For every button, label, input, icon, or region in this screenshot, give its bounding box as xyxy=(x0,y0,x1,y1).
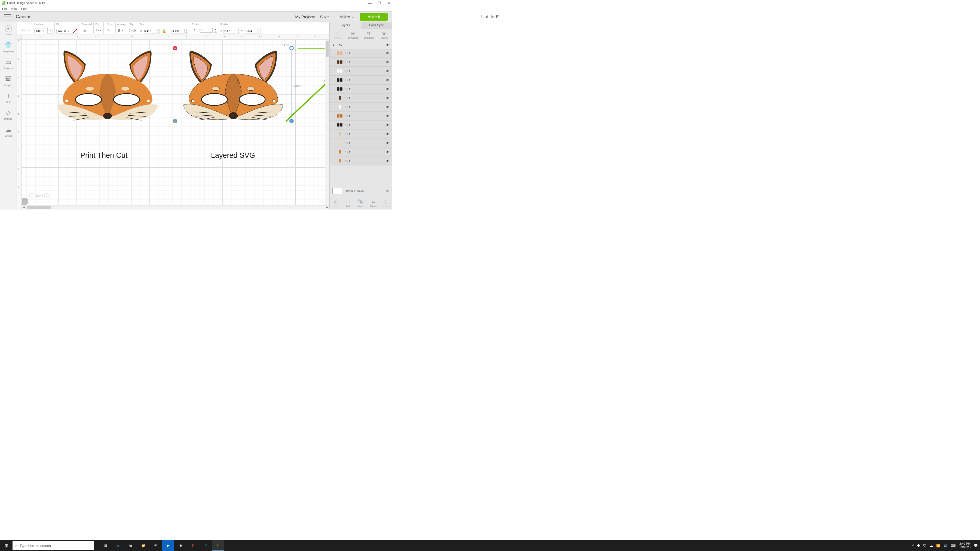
layer-row[interactable]: Cut👁 xyxy=(330,58,392,67)
redo-button[interactable]: ↷ xyxy=(26,28,30,33)
linetype-dropdown[interactable]: Cut xyxy=(34,29,46,33)
height-spinner[interactable]: ▴▾ xyxy=(185,29,188,33)
layer-row[interactable]: Cut👁 xyxy=(330,85,392,94)
fill-dropdown[interactable]: No Fill xyxy=(56,29,71,33)
sidebar-new[interactable]: + New xyxy=(5,25,12,36)
layer-visibility-icon[interactable]: 👁 xyxy=(386,105,389,109)
layer-visibility-icon[interactable]: 👁 xyxy=(386,114,389,118)
blank-canvas-row[interactable]: Blank Canvas 👁 xyxy=(330,185,392,197)
attach-button[interactable]: 📎Attach xyxy=(355,197,367,210)
scroll-right-icon[interactable]: ▶ xyxy=(326,206,328,209)
ungroup-button[interactable]: ⊟UnGroup xyxy=(345,29,361,41)
sidebar-text[interactable]: T Text xyxy=(5,92,12,103)
arrange-dropdown[interactable]: ◧▾ xyxy=(117,27,124,33)
layer-type: Cut xyxy=(345,123,350,127)
properties-toolbar: ↶ ↷ Linetype Cut ? Fill No Fill Select A… xyxy=(17,22,329,35)
layer-row[interactable]: Cut👁 xyxy=(330,94,392,103)
edit-dropdown[interactable]: ✂▾ xyxy=(95,27,102,33)
layer-type: Cut xyxy=(345,141,350,144)
rotate-spinner[interactable]: ▴▾ xyxy=(214,28,217,33)
layer-visibility-icon[interactable]: 👁 xyxy=(386,69,389,73)
sidebar-images[interactable]: 🖼 Images xyxy=(4,76,13,87)
layer-row[interactable]: Cut👁 xyxy=(330,67,392,76)
canvas-area: ↶ ↷ Linetype Cut ? Fill No Fill Select A… xyxy=(17,22,329,210)
layer-visibility-icon[interactable]: 👁 xyxy=(386,141,389,145)
layer-row[interactable]: Cut👁 xyxy=(330,121,392,130)
layer-visibility-icon[interactable]: 👁 xyxy=(386,51,389,55)
menu-toggle-icon[interactable] xyxy=(4,14,11,19)
make-it-button[interactable]: Make It xyxy=(360,13,388,21)
rotate-handle[interactable] xyxy=(290,46,294,50)
sidebar-projects[interactable]: ▭ Projects xyxy=(4,59,13,70)
layer-type: Cut xyxy=(345,78,350,82)
delete-button[interactable]: 🗑Delete xyxy=(377,29,392,41)
fill-none-icon[interactable] xyxy=(72,29,78,33)
h-scroll-thumb[interactable] xyxy=(27,206,51,209)
y-input[interactable] xyxy=(244,29,257,33)
sidebar-shapes[interactable]: ◇ Shapes xyxy=(4,110,13,120)
flatten-button[interactable]: ≋Flatten xyxy=(367,197,379,210)
sidebar-upload[interactable]: ☁ Upload xyxy=(4,126,12,137)
align-dropdown: ≡▾ xyxy=(105,27,112,33)
blank-visibility-icon[interactable]: 👁 xyxy=(386,189,389,193)
layer-row[interactable]: Cut👁 xyxy=(330,156,392,165)
layer-group-header[interactable]: ▼ Fox 👁 xyxy=(330,41,392,49)
y-spinner[interactable]: ▴▾ xyxy=(258,29,261,33)
lock-aspect-icon[interactable]: 🔓 xyxy=(162,29,166,33)
flip-dropdown[interactable]: ▷◁▾ xyxy=(130,27,136,33)
height-input[interactable] xyxy=(172,29,185,33)
layer-visibility-icon[interactable]: 👁 xyxy=(386,150,389,154)
rotate-icon: ↻ xyxy=(192,27,199,33)
tab-layers[interactable]: Layers xyxy=(330,22,361,29)
horizontal-scrollbar[interactable]: ◀ ▶ xyxy=(22,205,329,210)
layer-visibility-icon[interactable]: 👁 xyxy=(386,87,389,91)
width-spinner[interactable]: ▴▾ xyxy=(156,29,160,33)
nav-canvas[interactable]: Canvas xyxy=(16,14,32,20)
layer-row[interactable]: Cut👁 xyxy=(330,103,392,111)
layer-visibility-icon[interactable]: 👁 xyxy=(386,78,389,82)
layer-row[interactable]: Cut👁 xyxy=(330,148,392,156)
delete-handle[interactable]: ✕ xyxy=(173,46,177,50)
machine-dropdown[interactable]: Maker ⌄ xyxy=(339,15,355,19)
layer-row[interactable]: Cut👁 xyxy=(330,76,392,85)
visibility-icon[interactable]: 👁 xyxy=(386,43,389,47)
linetype-info[interactable]: ? xyxy=(48,28,53,33)
close-button[interactable]: ✕ xyxy=(387,1,390,5)
zoom-out-button[interactable]: − xyxy=(29,193,34,198)
layer-visibility-icon[interactable]: 👁 xyxy=(386,60,389,64)
layer-swatch-icon xyxy=(337,123,343,127)
duplicate-button[interactable]: ⧉Duplicate xyxy=(361,29,377,41)
v-scroll-thumb[interactable] xyxy=(326,41,329,57)
layer-row[interactable]: Cut👁 xyxy=(330,111,392,121)
tab-color-sync[interactable]: Color Sync xyxy=(361,22,392,29)
maximize-button[interactable]: ☐ xyxy=(377,1,381,5)
width-input[interactable] xyxy=(143,29,156,33)
nav-save[interactable]: Save xyxy=(320,15,329,19)
minimize-button[interactable]: — xyxy=(368,1,372,5)
selection-box[interactable]: ✕ 🔒 ⤢ 6.418" 4.015" xyxy=(175,48,292,121)
layer-type: Cut xyxy=(345,96,350,100)
layer-row[interactable]: Cut👁 xyxy=(330,49,392,58)
rotate-input[interactable] xyxy=(200,28,213,33)
layer-row[interactable]: Cut👁 xyxy=(330,130,392,138)
layer-visibility-icon[interactable]: 👁 xyxy=(386,132,389,136)
sidebar-templates[interactable]: 👕 Templates xyxy=(3,42,14,53)
menu-help[interactable]: Help xyxy=(21,7,27,10)
menu-view[interactable]: View xyxy=(11,7,18,10)
vertical-scrollbar[interactable] xyxy=(325,40,329,205)
canvas-grid[interactable]: ✕ 🔒 ⤢ 6.418" 4.015" xyxy=(22,40,329,205)
fox-mask-print[interactable] xyxy=(49,48,166,121)
layer-visibility-icon[interactable]: 👁 xyxy=(386,159,389,163)
menu-file[interactable]: File xyxy=(2,7,7,10)
undo-button[interactable]: ↶ xyxy=(21,28,25,33)
weld-button[interactable]: ⬭Weld xyxy=(342,197,355,210)
nav-my-projects[interactable]: My Projects xyxy=(295,15,315,19)
layer-visibility-icon[interactable]: 👁 xyxy=(386,123,389,127)
layer-row[interactable]: Cut👁 xyxy=(330,138,392,148)
layer-visibility-icon[interactable]: 👁 xyxy=(386,96,389,100)
x-input[interactable] xyxy=(223,29,236,33)
lock-handle[interactable]: 🔒 xyxy=(173,119,177,123)
select-all-button[interactable]: ⊞ xyxy=(82,27,88,33)
zoom-in-button[interactable]: + xyxy=(44,193,49,198)
x-spinner[interactable]: ▴▾ xyxy=(237,29,240,33)
